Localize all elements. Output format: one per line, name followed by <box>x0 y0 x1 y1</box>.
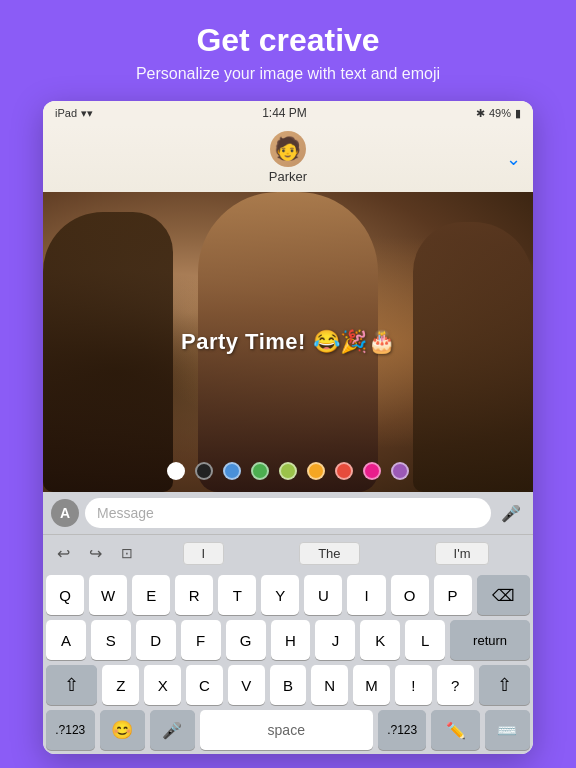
status-right: ✱ 49% ▮ <box>476 107 521 120</box>
color-dot-red[interactable] <box>335 462 353 480</box>
key-v[interactable]: V <box>228 665 265 705</box>
predictive-bar: ↩ ↪ ⊡ I The I'm <box>43 534 533 571</box>
contact-name: Parker <box>269 169 307 184</box>
wifi-icon: ▾▾ <box>81 107 93 120</box>
color-dot-green[interactable] <box>251 462 269 480</box>
message-placeholder: Message <box>97 505 154 521</box>
keyboard-row-2: A S D F G H J K L return <box>46 620 530 660</box>
key-a[interactable]: A <box>46 620 86 660</box>
keyboard: Q W E R T Y U I O P ⌫ A S D F G H J K L … <box>43 571 533 754</box>
dictation-key[interactable]: 🎤 <box>150 710 195 750</box>
key-o[interactable]: O <box>391 575 429 615</box>
predictive-word-3[interactable]: I'm <box>435 542 490 565</box>
key-n[interactable]: N <box>311 665 348 705</box>
undo-button[interactable]: ↩ <box>49 539 77 567</box>
party-text[interactable]: Party Time! 😂🎉🎂 <box>181 329 395 355</box>
key-k[interactable]: K <box>360 620 400 660</box>
key-r[interactable]: R <box>175 575 213 615</box>
keyboard-row-3: ⇧ Z X C V B N M ! ? ⇧ <box>46 665 530 705</box>
color-dot-black[interactable] <box>195 462 213 480</box>
contact-header: 🧑 Parker ⌄ <box>43 125 533 192</box>
key-p[interactable]: P <box>434 575 472 615</box>
key-f[interactable]: F <box>181 620 221 660</box>
status-bar: iPad ▾▾ 1:44 PM ✱ 49% ▮ <box>43 101 533 125</box>
page-title: Get creative <box>20 22 556 59</box>
person-right <box>413 222 533 492</box>
message-input[interactable]: Message <box>85 498 491 528</box>
emoji-key[interactable]: 😊 <box>100 710 145 750</box>
key-l[interactable]: L <box>405 620 445 660</box>
key-z[interactable]: Z <box>102 665 139 705</box>
avatar: 🧑 <box>270 131 306 167</box>
key-x[interactable]: X <box>144 665 181 705</box>
battery-percent: 49% <box>489 107 511 119</box>
space-key[interactable]: space <box>200 710 373 750</box>
key-y[interactable]: Y <box>261 575 299 615</box>
key-u[interactable]: U <box>304 575 342 615</box>
numbers-key-left[interactable]: .?123 <box>46 710 95 750</box>
predictive-words: I The I'm <box>145 542 527 565</box>
delete-key[interactable]: ⌫ <box>477 575 530 615</box>
app-switcher-button[interactable]: A <box>51 499 79 527</box>
key-exclaim[interactable]: ! <box>395 665 432 705</box>
numbers-key-right[interactable]: .?123 <box>378 710 427 750</box>
color-picker <box>167 462 409 480</box>
key-t[interactable]: T <box>218 575 256 615</box>
contact-info: 🧑 Parker <box>269 131 307 184</box>
color-dot-purple[interactable] <box>391 462 409 480</box>
mic-button[interactable]: 🎤 <box>497 499 525 527</box>
predictive-word-2[interactable]: The <box>299 542 359 565</box>
paste-button[interactable]: ⊡ <box>113 539 141 567</box>
color-dot-yellow-green[interactable] <box>279 462 297 480</box>
color-dot-orange[interactable] <box>307 462 325 480</box>
color-dot-pink[interactable] <box>363 462 381 480</box>
key-c[interactable]: C <box>186 665 223 705</box>
color-dot-blue[interactable] <box>223 462 241 480</box>
message-bar: A Message 🎤 <box>43 492 533 534</box>
key-d[interactable]: D <box>136 620 176 660</box>
key-g[interactable]: G <box>226 620 266 660</box>
key-w[interactable]: W <box>89 575 127 615</box>
key-j[interactable]: J <box>315 620 355 660</box>
keyboard-row-1: Q W E R T Y U I O P ⌫ <box>46 575 530 615</box>
header-section: Get creative Personalize your image with… <box>0 0 576 101</box>
redo-button[interactable]: ↪ <box>81 539 109 567</box>
time-display: 1:44 PM <box>262 106 307 120</box>
page-subtitle: Personalize your image with text and emo… <box>20 65 556 83</box>
shift-left-key[interactable]: ⇧ <box>46 665 97 705</box>
device-label: iPad <box>55 107 77 119</box>
status-left: iPad ▾▾ <box>55 107 93 120</box>
draw-key[interactable]: ✏️ <box>431 710 480 750</box>
key-e[interactable]: E <box>132 575 170 615</box>
shift-right-key[interactable]: ⇧ <box>479 665 530 705</box>
predictive-word-1[interactable]: I <box>183 542 225 565</box>
chevron-down-icon[interactable]: ⌄ <box>506 148 521 170</box>
keyboard-switch-key[interactable]: ⌨️ <box>485 710 530 750</box>
key-i[interactable]: I <box>347 575 385 615</box>
key-h[interactable]: H <box>271 620 311 660</box>
key-b[interactable]: B <box>270 665 307 705</box>
person-left <box>43 212 173 492</box>
image-area: Party Time! 😂🎉🎂 <box>43 192 533 492</box>
battery-icon: ▮ <box>515 107 521 120</box>
phone-frame: iPad ▾▾ 1:44 PM ✱ 49% ▮ 🧑 Parker ⌄ Party… <box>43 101 533 754</box>
key-m[interactable]: M <box>353 665 390 705</box>
key-q[interactable]: Q <box>46 575 84 615</box>
color-dot-white[interactable] <box>167 462 185 480</box>
key-s[interactable]: S <box>91 620 131 660</box>
return-key[interactable]: return <box>450 620 530 660</box>
bluetooth-icon: ✱ <box>476 107 485 120</box>
keyboard-row-4: .?123 😊 🎤 space .?123 ✏️ ⌨️ <box>46 710 530 750</box>
key-question[interactable]: ? <box>437 665 474 705</box>
